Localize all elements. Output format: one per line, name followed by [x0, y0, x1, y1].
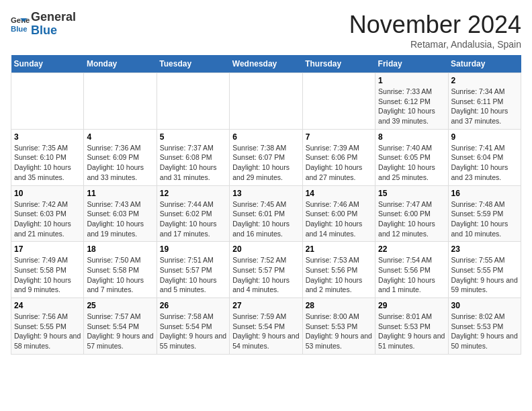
- calendar-cell: [157, 73, 229, 130]
- day-info: Sunrise: 7:55 AMSunset: 5:55 PMDaylight:…: [451, 255, 518, 295]
- day-info: Sunrise: 7:57 AMSunset: 5:54 PMDaylight:…: [87, 312, 153, 351]
- calendar-cell: 8Sunrise: 7:40 AMSunset: 6:05 PMDaylight…: [375, 129, 448, 185]
- day-number: 7: [306, 132, 372, 142]
- day-info: Sunrise: 7:54 AMSunset: 5:56 PMDaylight:…: [378, 255, 445, 295]
- day-info: Sunrise: 7:34 AMSunset: 6:11 PMDaylight:…: [451, 87, 518, 126]
- calendar-cell: 9Sunrise: 7:41 AMSunset: 6:04 PMDaylight…: [448, 129, 521, 185]
- day-number: 17: [14, 244, 81, 254]
- day-number: 4: [87, 132, 153, 142]
- calendar-cell: 15Sunrise: 7:47 AMSunset: 6:00 PMDayligh…: [375, 185, 448, 242]
- day-number: 16: [451, 189, 518, 198]
- calendar-body: 1Sunrise: 7:33 AMSunset: 6:12 PMDaylight…: [11, 73, 521, 355]
- calendar-cell: 11Sunrise: 7:43 AMSunset: 6:03 PMDayligh…: [84, 185, 157, 242]
- weekday-header: Sunday: [11, 55, 84, 73]
- calendar-cell: 13Sunrise: 7:45 AMSunset: 6:01 PMDayligh…: [230, 185, 302, 242]
- day-number: 24: [14, 301, 81, 310]
- day-number: 15: [378, 189, 445, 198]
- logo-general-text: General: [31, 10, 76, 24]
- day-number: 25: [87, 301, 153, 310]
- calendar-cell: 20Sunrise: 7:52 AMSunset: 5:57 PMDayligh…: [230, 242, 302, 298]
- day-number: 19: [160, 244, 226, 254]
- day-info: Sunrise: 7:39 AMSunset: 6:06 PMDaylight:…: [306, 143, 372, 183]
- month-title: November 2024: [349, 11, 521, 39]
- day-info: Sunrise: 7:48 AMSunset: 5:59 PMDaylight:…: [451, 199, 518, 239]
- day-info: Sunrise: 8:00 AMSunset: 5:53 PMDaylight:…: [306, 312, 372, 351]
- calendar-cell: 28Sunrise: 8:00 AMSunset: 5:53 PMDayligh…: [302, 298, 375, 355]
- calendar-cell: 17Sunrise: 7:49 AMSunset: 5:58 PMDayligh…: [11, 242, 84, 298]
- day-number: 20: [232, 244, 299, 254]
- day-number: 2: [451, 76, 518, 85]
- page-header: General Blue General Blue November 2024 …: [11, 11, 521, 50]
- day-info: Sunrise: 7:41 AMSunset: 6:04 PMDaylight:…: [451, 143, 518, 183]
- calendar-cell: 2Sunrise: 7:34 AMSunset: 6:11 PMDaylight…: [448, 73, 521, 130]
- day-number: 18: [87, 244, 153, 254]
- day-info: Sunrise: 7:43 AMSunset: 6:03 PMDaylight:…: [87, 199, 153, 239]
- day-info: Sunrise: 7:36 AMSunset: 6:09 PMDaylight:…: [87, 143, 153, 183]
- day-number: 22: [378, 244, 445, 254]
- day-info: Sunrise: 7:47 AMSunset: 6:00 PMDaylight:…: [378, 199, 445, 239]
- location: Retamar, Andalusia, Spain: [349, 39, 521, 50]
- day-info: Sunrise: 7:38 AMSunset: 6:07 PMDaylight:…: [232, 143, 299, 183]
- calendar-cell: 3Sunrise: 7:35 AMSunset: 6:10 PMDaylight…: [11, 129, 84, 185]
- day-info: Sunrise: 7:33 AMSunset: 6:12 PMDaylight:…: [378, 87, 445, 126]
- day-number: 28: [306, 301, 372, 310]
- title-block: November 2024 Retamar, Andalusia, Spain: [349, 11, 521, 50]
- day-info: Sunrise: 7:35 AMSunset: 6:10 PMDaylight:…: [14, 143, 81, 183]
- svg-text:Blue: Blue: [11, 24, 28, 32]
- day-info: Sunrise: 7:42 AMSunset: 6:03 PMDaylight:…: [14, 199, 81, 239]
- day-info: Sunrise: 7:52 AMSunset: 5:57 PMDaylight:…: [232, 255, 299, 295]
- svg-text:General: General: [11, 16, 30, 24]
- calendar-cell: 18Sunrise: 7:50 AMSunset: 5:58 PMDayligh…: [84, 242, 157, 298]
- logo-blue-text: Blue: [31, 24, 57, 37]
- calendar-cell: 23Sunrise: 7:55 AMSunset: 5:55 PMDayligh…: [448, 242, 521, 298]
- day-info: Sunrise: 8:02 AMSunset: 5:53 PMDaylight:…: [451, 312, 518, 351]
- calendar-cell: 5Sunrise: 7:37 AMSunset: 6:08 PMDaylight…: [157, 129, 229, 185]
- weekday-header: Wednesday: [230, 55, 302, 73]
- weekday-header: Tuesday: [157, 55, 229, 73]
- day-number: 13: [232, 189, 299, 198]
- day-info: Sunrise: 7:51 AMSunset: 5:57 PMDaylight:…: [160, 255, 226, 295]
- day-info: Sunrise: 7:50 AMSunset: 5:58 PMDaylight:…: [87, 255, 153, 295]
- day-number: 8: [378, 132, 445, 142]
- weekday-header: Saturday: [448, 55, 521, 73]
- day-number: 1: [378, 76, 445, 85]
- day-info: Sunrise: 7:44 AMSunset: 6:02 PMDaylight:…: [160, 199, 226, 239]
- day-number: 21: [306, 244, 372, 254]
- calendar-cell: [11, 73, 84, 130]
- logo-icon: General Blue: [11, 15, 30, 34]
- calendar-cell: 29Sunrise: 8:01 AMSunset: 5:53 PMDayligh…: [375, 298, 448, 355]
- calendar-cell: 4Sunrise: 7:36 AMSunset: 6:09 PMDaylight…: [84, 129, 157, 185]
- calendar-cell: 12Sunrise: 7:44 AMSunset: 6:02 PMDayligh…: [157, 185, 229, 242]
- day-info: Sunrise: 7:56 AMSunset: 5:55 PMDaylight:…: [14, 312, 81, 351]
- day-info: Sunrise: 8:01 AMSunset: 5:53 PMDaylight:…: [378, 312, 445, 351]
- day-number: 3: [14, 132, 81, 142]
- calendar-cell: [84, 73, 157, 130]
- day-number: 26: [160, 301, 226, 310]
- weekday-header: Thursday: [302, 55, 375, 73]
- day-number: 30: [451, 301, 518, 310]
- day-number: 6: [232, 132, 299, 142]
- day-number: 14: [306, 189, 372, 198]
- day-info: Sunrise: 7:37 AMSunset: 6:08 PMDaylight:…: [160, 143, 226, 183]
- calendar-table: SundayMondayTuesdayWednesdayThursdayFrid…: [11, 55, 521, 355]
- calendar-cell: 19Sunrise: 7:51 AMSunset: 5:57 PMDayligh…: [157, 242, 229, 298]
- calendar-cell: 22Sunrise: 7:54 AMSunset: 5:56 PMDayligh…: [375, 242, 448, 298]
- day-number: 23: [451, 244, 518, 254]
- day-info: Sunrise: 7:46 AMSunset: 6:00 PMDaylight:…: [306, 199, 372, 239]
- day-info: Sunrise: 7:49 AMSunset: 5:58 PMDaylight:…: [14, 255, 81, 295]
- logo: General Blue General Blue: [11, 11, 76, 38]
- calendar-header: SundayMondayTuesdayWednesdayThursdayFrid…: [11, 55, 521, 73]
- day-info: Sunrise: 7:59 AMSunset: 5:54 PMDaylight:…: [232, 312, 299, 351]
- day-number: 11: [87, 189, 153, 198]
- day-info: Sunrise: 7:58 AMSunset: 5:54 PMDaylight:…: [160, 312, 226, 351]
- calendar-cell: 6Sunrise: 7:38 AMSunset: 6:07 PMDaylight…: [230, 129, 302, 185]
- calendar-cell: 14Sunrise: 7:46 AMSunset: 6:00 PMDayligh…: [302, 185, 375, 242]
- calendar-cell: 24Sunrise: 7:56 AMSunset: 5:55 PMDayligh…: [11, 298, 84, 355]
- day-info: Sunrise: 7:53 AMSunset: 5:56 PMDaylight:…: [306, 255, 372, 295]
- calendar-cell: 21Sunrise: 7:53 AMSunset: 5:56 PMDayligh…: [302, 242, 375, 298]
- calendar-cell: 7Sunrise: 7:39 AMSunset: 6:06 PMDaylight…: [302, 129, 375, 185]
- day-number: 10: [14, 189, 81, 198]
- weekday-header: Friday: [375, 55, 448, 73]
- calendar-cell: 26Sunrise: 7:58 AMSunset: 5:54 PMDayligh…: [157, 298, 229, 355]
- calendar-cell: 1Sunrise: 7:33 AMSunset: 6:12 PMDaylight…: [375, 73, 448, 130]
